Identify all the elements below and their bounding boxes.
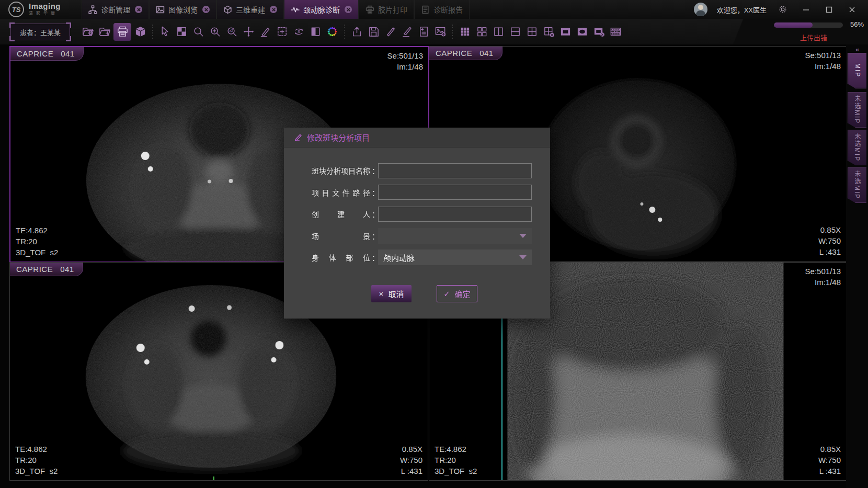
dialog-title-bar: 修改斑块分析项目 — [284, 128, 550, 147]
layout-quad-icon[interactable] — [474, 23, 489, 41]
app-logo: TS Imaging 清影华康 — [0, 0, 68, 19]
filmstrip-icon[interactable] — [608, 23, 623, 41]
image-export-icon[interactable] — [432, 23, 448, 41]
nav-tab-label: 图像浏览 — [168, 4, 198, 15]
side-tab-label: MIP — [854, 63, 861, 77]
confirm-label: 确定 — [455, 288, 471, 299]
sitemap-icon — [88, 5, 97, 14]
tab-close-icon[interactable] — [270, 6, 277, 13]
nav-tab-6: 诊断报告 — [414, 0, 470, 19]
main-nav-tabs: 诊断管理图像浏览三维重建颈动脉诊断胶片打印诊断报告 — [82, 0, 470, 19]
nav-tab-4[interactable]: 颈动脉诊断 — [284, 0, 359, 19]
toolbar-divider — [452, 25, 453, 39]
upload-error-text: 上传出错 — [800, 32, 827, 42]
view-rect-icon[interactable] — [557, 23, 573, 41]
dialog-title: 修改斑块分析项目 — [307, 132, 370, 143]
nav-tab-5: 胶片打印 — [359, 0, 414, 19]
maximize-button[interactable] — [822, 3, 836, 16]
confirm-button[interactable]: ✓ 确定 — [437, 285, 477, 302]
window-level-icon[interactable] — [307, 23, 323, 41]
zoom-in-icon[interactable] — [207, 23, 223, 41]
region-add-icon[interactable] — [274, 23, 290, 41]
layout-close-icon[interactable] — [541, 23, 556, 41]
window-level-labels: 0.85XW:750L :431 — [818, 224, 841, 257]
field-input-3[interactable] — [378, 207, 532, 222]
series-info-labels: Se:501/13Im:1/48 — [805, 50, 841, 72]
field-label: 创建人 — [312, 209, 370, 219]
tab-close-icon[interactable] — [202, 6, 210, 13]
tab-close-icon[interactable] — [135, 6, 142, 13]
cursor-icon[interactable] — [157, 23, 173, 41]
side-tab-mip-3[interactable]: 未选MIP — [848, 130, 866, 165]
report-add-icon[interactable] — [416, 23, 431, 41]
folder-settings-icon[interactable] — [80, 23, 96, 41]
side-tab-label: 未选MIP — [853, 133, 862, 162]
print-icon[interactable] — [113, 23, 131, 41]
series-info-labels: Se:501/13Im:1/48 — [387, 50, 423, 72]
side-tab-mip-4[interactable]: 未选MIP — [848, 167, 866, 203]
sequence-info-labels: TE:4.862TR:203D_TOF s2 — [15, 444, 58, 476]
tool-strip: x2S — [79, 19, 624, 44]
field-label: 斑块分析项目名称 — [312, 165, 370, 176]
nav-tab-label: 三维重建 — [236, 4, 265, 15]
chevron-down-icon — [519, 255, 527, 259]
application-window: TS Imaging 清影华康 诊断管理图像浏览三维重建颈动脉诊断胶片打印诊断报… — [0, 0, 868, 488]
side-tab-mip-active[interactable]: MIP — [848, 53, 866, 88]
field-select-5[interactable]: 颅内动脉 — [378, 249, 532, 265]
window-level-labels: 0.85XW:750L :431 — [818, 444, 841, 476]
layout-3x3-icon[interactable] — [457, 23, 473, 41]
tab-close-icon[interactable] — [345, 6, 352, 13]
series-tab: CAPRICE 041 — [429, 47, 502, 60]
pen-underline-icon[interactable] — [399, 23, 415, 41]
nav-tab-label: 诊断管理 — [101, 4, 130, 15]
nav-tab-2[interactable]: 图像浏览 — [149, 0, 216, 19]
split-vertical-icon[interactable] — [490, 23, 506, 41]
dialog-field-row: 项目文件路径： — [284, 185, 550, 200]
cancel-button[interactable]: × 取消 — [371, 285, 412, 302]
chevron-down-icon — [519, 234, 527, 238]
series-info-labels: Se:501/13Im:1/48 — [805, 266, 841, 288]
pen-line-icon[interactable] — [382, 23, 398, 41]
patient-badge[interactable]: 患者：王某某 — [10, 24, 70, 40]
folder-add-icon[interactable] — [97, 23, 112, 41]
sequence-info-labels: TE:4.862TR:203D_TOF s2 — [435, 444, 477, 476]
waveform-icon — [291, 5, 300, 14]
measure-pencil-icon[interactable] — [257, 23, 273, 41]
patient-label: 患者：王某某 — [20, 27, 61, 37]
minimize-button[interactable] — [799, 3, 813, 16]
logo-name: Imaging — [29, 3, 61, 9]
rotate-3d-icon[interactable]: S — [291, 23, 306, 41]
close-button[interactable] — [845, 3, 859, 16]
color-wheel-icon[interactable] — [324, 23, 340, 41]
window-preset-icon[interactable] — [174, 23, 189, 41]
nav-tab-3[interactable]: 三维重建 — [216, 0, 284, 19]
volume-3d-icon[interactable] — [132, 23, 148, 41]
zoom-2x-icon[interactable]: x2 — [224, 23, 239, 41]
svg-text:x2: x2 — [229, 29, 233, 32]
save-icon[interactable] — [366, 23, 381, 41]
side-tab-mip-2[interactable]: 未选MIP — [848, 92, 866, 128]
view-rect-close-icon[interactable] — [591, 23, 607, 41]
field-input-2[interactable] — [378, 185, 532, 200]
magnifier-icon[interactable] — [190, 23, 206, 41]
field-label: 身体部位 — [312, 252, 370, 263]
user-avatar[interactable] — [694, 3, 707, 16]
window-level-labels: 0.85XW:750L :431 — [400, 444, 422, 476]
select-value: 颅内动脉 — [383, 252, 415, 263]
export-icon[interactable] — [349, 23, 364, 41]
collapse-panel-icon[interactable]: « — [846, 46, 868, 53]
view-ellipse-icon[interactable] — [574, 23, 590, 41]
title-bar: TS Imaging 清影华康 诊断管理图像浏览三维重建颈动脉诊断胶片打印诊断报… — [0, 0, 868, 19]
toolbar-divider — [344, 25, 345, 39]
image-icon — [156, 5, 165, 14]
nav-tab-1[interactable]: 诊断管理 — [82, 0, 149, 19]
printer-icon — [366, 5, 374, 14]
layout-2x2-icon[interactable] — [524, 23, 540, 41]
cancel-x-icon: × — [379, 289, 384, 298]
pan-icon[interactable] — [241, 23, 256, 41]
upload-progress-bar — [774, 22, 843, 28]
field-input-1[interactable] — [378, 163, 532, 178]
settings-gear-icon[interactable] — [776, 3, 790, 16]
series-name: CAPRICE — [16, 265, 53, 274]
split-horizontal-icon[interactable] — [507, 23, 523, 41]
